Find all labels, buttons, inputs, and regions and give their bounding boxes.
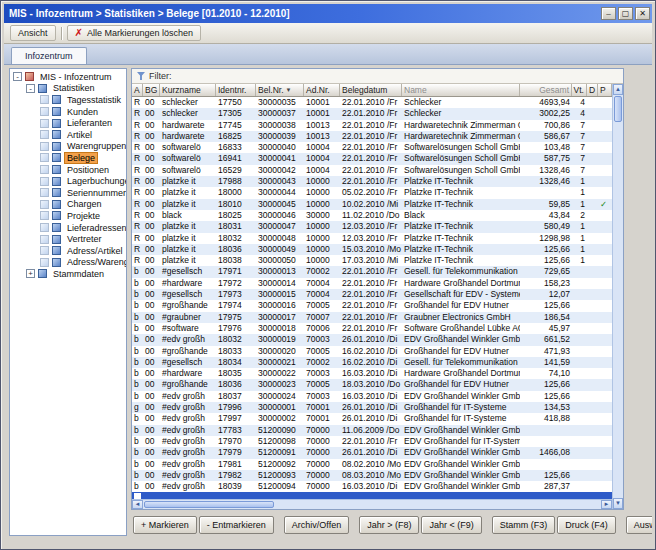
- column-header-a[interactable]: A: [132, 84, 143, 96]
- tree-item-warengruppen[interactable]: Warengruppen: [10, 141, 126, 153]
- column-header-belegdatum[interactable]: Belegdatum: [340, 84, 402, 96]
- scroll-right-icon[interactable]: ►: [601, 500, 612, 509]
- tree-item-vertreter[interactable]: Vertreter: [10, 233, 126, 245]
- scroll-left-icon[interactable]: ◄: [132, 500, 143, 509]
- tree-item-positionen[interactable]: Positionen: [10, 164, 126, 176]
- horizontal-scroll-track[interactable]: [275, 500, 601, 509]
- vertical-scrollbar[interactable]: ▲ ▼: [612, 84, 623, 509]
- collapse-icon[interactable]: -: [13, 72, 22, 81]
- table-row[interactable]: R00hardwarete17745300000381001322.01.201…: [132, 120, 612, 131]
- column-header-kurzname[interactable]: Kurzname: [160, 84, 216, 96]
- table-row[interactable]: b00#edv großh17997300000027000126.01.201…: [132, 413, 612, 424]
- table-row[interactable]: R00platzke it17988300000431000022.01.201…: [132, 176, 612, 187]
- scroll-down-icon[interactable]: ▼: [613, 498, 623, 509]
- button-entmarkieren[interactable]: - Entmarkieren: [199, 516, 274, 534]
- column-header-identnr[interactable]: Identnr.: [216, 84, 256, 96]
- tree-item-stammdaten[interactable]: +Stammdaten: [10, 268, 126, 280]
- button-auswertung[interactable]: Auswertung: [626, 516, 652, 534]
- table-row[interactable]: b00#gesellsch17973300000157000422.01.201…: [132, 289, 612, 300]
- table-row[interactable]: b00#großhande18033300000207000516.02.201…: [132, 346, 612, 357]
- table-row[interactable]: g00#edv großh17996300000017000126.01.201…: [132, 402, 612, 413]
- table-row[interactable]: R00softwarelö16833300000401000422.01.201…: [132, 142, 612, 153]
- cell-identnr: 17745: [216, 120, 256, 131]
- tree-item-artikel[interactable]: Artikel: [10, 129, 126, 141]
- column-header-name[interactable]: Name: [402, 84, 520, 96]
- clear-markings-button[interactable]: ✗ Alle Markierungen löschen: [67, 25, 201, 41]
- table-row[interactable]: R00softwarelö16941300000411000422.01.201…: [132, 153, 612, 164]
- button-druck-f4[interactable]: Druck (F4): [557, 516, 616, 534]
- tree-item-projekte[interactable]: Projekte: [10, 210, 126, 222]
- ansicht-menu-button[interactable]: Ansicht: [10, 25, 56, 41]
- tree-item-lieferanten[interactable]: Lieferanten: [10, 117, 126, 129]
- table-row[interactable]: R00platzke it18000300000441000005.02.201…: [132, 187, 612, 198]
- table-row[interactable]: b00#hardware18035300000227000316.03.2010…: [132, 368, 612, 379]
- cell-bg: 00: [143, 436, 160, 447]
- button-stamm-f3[interactable]: Stamm (F3): [492, 516, 556, 534]
- tree-item-chargen[interactable]: Chargen: [10, 199, 126, 211]
- column-header-d[interactable]: D: [587, 84, 598, 96]
- tree-item-adress-artikel[interactable]: Adress/Artikel: [10, 245, 126, 257]
- scroll-up-icon[interactable]: ▲: [613, 84, 623, 95]
- tree-item-lagerbuchungen[interactable]: Lagerbuchungen: [10, 175, 126, 187]
- tree-item-lieferadressen[interactable]: Lieferadressen: [10, 222, 126, 234]
- grid-body: R00schlecker17750300000351000122.01.2010…: [132, 97, 612, 499]
- close-button[interactable]: ✕: [635, 7, 650, 20]
- selected-empty-row[interactable]: [132, 492, 612, 499]
- horizontal-scrollbar[interactable]: ◄ ►: [132, 499, 612, 509]
- table-row[interactable]: b00#großhande18036300000237000518.03.201…: [132, 379, 612, 390]
- table-row[interactable]: b00#edv großh17979512000917000026.01.201…: [132, 447, 612, 458]
- title-bar[interactable]: MIS - Infozentrum > Statistiken > Belege…: [4, 4, 652, 23]
- table-row[interactable]: b00#graubner17975300000177000722.01.2010…: [132, 312, 612, 323]
- table-row[interactable]: R00schlecker17305300000371000122.01.2010…: [132, 108, 612, 119]
- cell-bg: 00: [143, 481, 160, 492]
- minimize-button[interactable]: –: [601, 7, 616, 20]
- table-row[interactable]: b00#edv großh17970512000987000022.01.201…: [132, 436, 612, 447]
- table-row[interactable]: b00#hardware17972300000147000422.01.2010…: [132, 278, 612, 289]
- table-row[interactable]: R00platzke it18010300000451000010.02.201…: [132, 199, 612, 210]
- table-row[interactable]: R00platzke it18038300000501000017.03.201…: [132, 255, 612, 266]
- column-header-belnr[interactable]: Bel.Nr.▼: [256, 84, 304, 96]
- column-header-bg[interactable]: BG: [143, 84, 160, 96]
- table-row[interactable]: R00black18025300000463000011.02.2010 /Do…: [132, 210, 612, 221]
- table-row[interactable]: b00#edv großh17981512000927000008.02.201…: [132, 459, 612, 470]
- table-row[interactable]: b00#edv großh17982512000937000008.03.201…: [132, 470, 612, 481]
- tree-item-kunden[interactable]: Kunden: [10, 106, 126, 118]
- expand-icon[interactable]: +: [26, 269, 35, 278]
- button-archiv-offen[interactable]: Archiv/Offen: [284, 516, 349, 534]
- table-row[interactable]: b00#gesellsch18034300000217000216.02.201…: [132, 357, 612, 368]
- column-header-vt[interactable]: Vt.: [572, 84, 587, 96]
- table-row[interactable]: b00#software17976300000187000622.01.2010…: [132, 323, 612, 334]
- table-row[interactable]: R00softwarelö16529300000421000422.01.201…: [132, 165, 612, 176]
- table-row[interactable]: R00platzke it18031300000471000012.03.201…: [132, 221, 612, 232]
- content-area: -MIS - Infozentrum-StatistikenTagesstati…: [4, 65, 652, 546]
- table-row[interactable]: b00#edv großh18032300000197000326.01.201…: [132, 334, 612, 345]
- column-header-gesamt[interactable]: Gesamt: [520, 84, 572, 96]
- column-header-adnr[interactable]: Ad.Nr.: [304, 84, 340, 96]
- vertical-scroll-thumb[interactable]: [614, 96, 622, 122]
- tree-item-statistiken[interactable]: -Statistiken: [10, 83, 126, 95]
- table-row[interactable]: R00schlecker17750300000351000122.01.2010…: [132, 97, 612, 108]
- horizontal-scroll-thumb[interactable]: [144, 501, 274, 508]
- tab-infozentrum[interactable]: Infozentrum: [11, 47, 87, 64]
- collapse-icon[interactable]: -: [26, 84, 35, 93]
- button-jahr-f9[interactable]: Jahr < (F9): [421, 516, 481, 534]
- tree-item-mis-infozentrum[interactable]: -MIS - Infozentrum: [10, 71, 126, 83]
- tree-item-belege[interactable]: Belege: [10, 152, 126, 164]
- table-row[interactable]: b00#gesellsch17971300000137000222.01.201…: [132, 266, 612, 277]
- table-row[interactable]: b00#großhande17974300000167000522.01.201…: [132, 300, 612, 311]
- table-row[interactable]: b00#edv großh18037300000247000316.03.201…: [132, 391, 612, 402]
- table-row[interactable]: R00platzke it18036300000491000015.03.201…: [132, 244, 612, 255]
- column-header-p[interactable]: P: [598, 84, 612, 96]
- maximize-button[interactable]: ▢: [618, 7, 633, 20]
- table-row[interactable]: b00#edv großh17783512000907000011.06.200…: [132, 425, 612, 436]
- table-row[interactable]: b00#edv großh18039512000947000016.03.201…: [132, 481, 612, 492]
- vertical-scroll-track[interactable]: [613, 123, 623, 498]
- filter-bar[interactable]: Filter:: [132, 69, 623, 84]
- tree-item-adress-warengruppen[interactable]: Adress/Warengruppen: [10, 257, 126, 269]
- button-markieren[interactable]: + Markieren: [133, 516, 197, 534]
- tree-item-seriennummern[interactable]: Seriennummern: [10, 187, 126, 199]
- table-row[interactable]: R00platzke it18032300000481000012.03.201…: [132, 233, 612, 244]
- tree-item-tagesstatistik[interactable]: Tagesstatistik: [10, 94, 126, 106]
- table-row[interactable]: R00hardwarete16825300000391001322.01.201…: [132, 131, 612, 142]
- button-jahr-f8[interactable]: Jahr > (F8): [359, 516, 419, 534]
